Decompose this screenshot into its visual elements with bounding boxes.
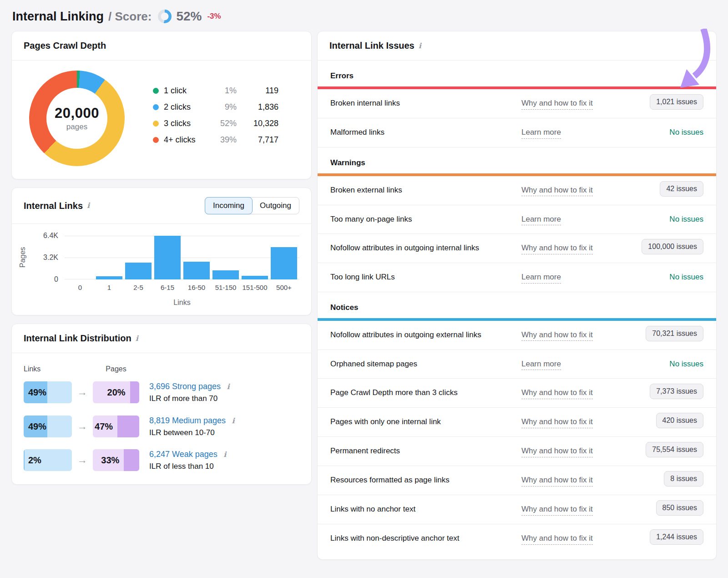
issues-count-chip[interactable]: 850 issues <box>656 500 704 516</box>
issue-help-link[interactable]: Learn more <box>521 127 561 139</box>
links-column-header: Links <box>24 365 40 373</box>
issue-help-link[interactable]: Why and how to fix it <box>521 242 593 254</box>
info-icon[interactable]: i <box>223 451 226 458</box>
info-icon[interactable]: i <box>136 335 138 342</box>
issue-label: Broken external links <box>330 184 521 196</box>
x-axis: 012-56-1516-5051-150151-500500+ <box>65 284 299 291</box>
plot-area <box>65 236 299 279</box>
pages-group-link[interactable]: 8,819 Medium pages <box>149 416 226 425</box>
distribution-row: 49% → 47% 8,819 Medium pages <box>24 415 299 439</box>
pages-share-fill <box>124 449 139 471</box>
legend-row: 3 clicks 52% 10,328 <box>153 119 278 128</box>
pages-group-link[interactable]: 6,247 Weak pages <box>149 450 217 459</box>
legend-percent: 9% <box>209 102 237 112</box>
issues-section: Warnings Broken external links Why and h… <box>318 147 716 292</box>
legend-percent: 39% <box>209 135 237 145</box>
y-tick: 0 <box>54 275 58 284</box>
links-share-percent: 49% <box>28 421 46 431</box>
legend-label: 1 click <box>164 86 209 96</box>
issue-help-link[interactable]: Learn more <box>521 213 561 226</box>
issues-count-chip[interactable]: 100,000 issues <box>642 239 703 254</box>
tab-incoming[interactable]: Incoming <box>205 197 253 214</box>
issue-help-link[interactable]: Why and how to fix it <box>521 503 593 516</box>
report-header: Internal Linking / Score: 52% -3% <box>11 5 717 27</box>
bar <box>212 270 239 279</box>
issue-help-link[interactable]: Why and how to fix it <box>521 329 593 341</box>
issues-count-chip[interactable]: 1,021 issues <box>650 94 703 110</box>
ilr-description: ILR of more than 70 <box>149 393 230 405</box>
issue-status: 7,373 issues <box>650 387 703 399</box>
incoming-outgoing-toggle: Incoming Outgoing <box>205 197 299 214</box>
issues-count-chip[interactable]: 8 issues <box>664 471 703 487</box>
issues-title: Internal Link Issues <box>329 41 415 51</box>
issue-help-link[interactable]: Why and how to fix it <box>521 184 593 197</box>
issue-status: No issues <box>669 358 703 370</box>
info-icon[interactable]: i <box>232 417 235 425</box>
issue-help-link[interactable]: Why and how to fix it <box>521 416 593 428</box>
issue-status: 70,321 issues <box>646 329 703 341</box>
bar-column <box>182 236 211 279</box>
issue-status: 42 issues <box>660 184 703 197</box>
crawl-depth-donut-chart: 20,000 pages <box>29 71 125 166</box>
internal-links-title: Internal Links <box>24 201 83 211</box>
pages-share-percent: 47% <box>95 421 113 431</box>
issue-help-link[interactable]: Why and how to fix it <box>521 97 593 110</box>
internal-links-card: Internal Links i Incoming Outgoing Pages… <box>11 188 312 315</box>
x-axis-label: Links <box>24 299 299 307</box>
issues-count-chip[interactable]: 7,373 issues <box>650 384 703 399</box>
issue-help-link[interactable]: Why and how to fix it <box>521 387 593 399</box>
info-icon[interactable]: i <box>87 202 90 209</box>
issues-count-chip[interactable]: 1,244 issues <box>650 529 703 545</box>
donut-center: 20,000 pages <box>29 71 125 166</box>
x-tick: 500+ <box>269 284 298 291</box>
info-icon[interactable]: i <box>419 42 421 50</box>
info-icon[interactable]: i <box>227 383 230 390</box>
tab-outgoing[interactable]: Outgoing <box>252 198 299 214</box>
issue-label: Orphaned sitemap pages <box>330 358 521 370</box>
links-share-bar: 2% <box>24 449 72 471</box>
issue-label: Nofollow attributes in outgoing internal… <box>330 242 521 254</box>
issue-help-link[interactable]: Learn more <box>521 358 561 370</box>
section-header: Notices <box>318 292 716 318</box>
issues-count-chip[interactable]: 42 issues <box>660 181 703 197</box>
x-tick: 2-5 <box>124 284 153 291</box>
issues-count-chip[interactable]: 75,554 issues <box>646 442 703 457</box>
issue-label: Links with non-descriptive anchor text <box>330 532 521 544</box>
internal-linking-report: Internal Linking / Score: 52% -3% Pages … <box>0 0 728 571</box>
issue-help-link[interactable]: Why and how to fix it <box>521 532 593 545</box>
issue-row: Too long link URLs Learn more No issues <box>318 263 716 292</box>
total-pages-label: pages <box>66 122 87 132</box>
issue-status: 75,554 issues <box>646 445 703 457</box>
issue-row: Resources formatted as page links Why an… <box>318 466 716 495</box>
legend-percent: 52% <box>209 119 237 128</box>
distribution-column-headers: Links Pages <box>24 365 299 375</box>
issues-count-chip[interactable]: 420 issues <box>656 413 704 428</box>
legend-value: 10,328 <box>237 119 278 128</box>
links-share-bar: 49% <box>24 381 72 403</box>
issue-row: Broken internal links Why and how to fix… <box>318 89 716 118</box>
issue-help-link[interactable]: Learn more <box>521 271 561 284</box>
x-tick: 0 <box>66 284 95 291</box>
issue-label: Nofollow attributes in outgoing external… <box>330 329 521 341</box>
left-column: Pages Crawl Depth 20,000 pages <box>11 31 312 493</box>
pages-group-link[interactable]: 3,696 Strong pages <box>149 382 221 391</box>
section-header: Warnings <box>318 147 716 173</box>
pages-share-bar: 47% <box>93 416 139 437</box>
issue-row: Links with non-descriptive anchor text W… <box>318 524 716 553</box>
issue-status: 100,000 issues <box>642 242 703 254</box>
issues-count-chip[interactable]: 70,321 issues <box>646 326 703 341</box>
pages-share-fill <box>130 381 139 403</box>
issue-help-link[interactable]: Why and how to fix it <box>521 445 593 457</box>
score-donut-icon <box>158 10 172 23</box>
pages-share-percent: 33% <box>101 455 119 466</box>
issue-label: Broken internal links <box>330 97 521 109</box>
bar-column <box>240 236 269 279</box>
legend-value: 7,717 <box>237 135 278 145</box>
y-tick: 3.2K <box>43 254 58 262</box>
legend-row: 4+ clicks 39% 7,717 <box>153 135 278 145</box>
issue-label: Links with no anchor text <box>330 503 521 515</box>
issues-section: Errors Broken internal links Why and how… <box>318 61 716 147</box>
issue-help-link[interactable]: Why and how to fix it <box>521 474 593 487</box>
issue-status: No issues <box>669 213 703 225</box>
score-delta: -3% <box>207 12 221 21</box>
